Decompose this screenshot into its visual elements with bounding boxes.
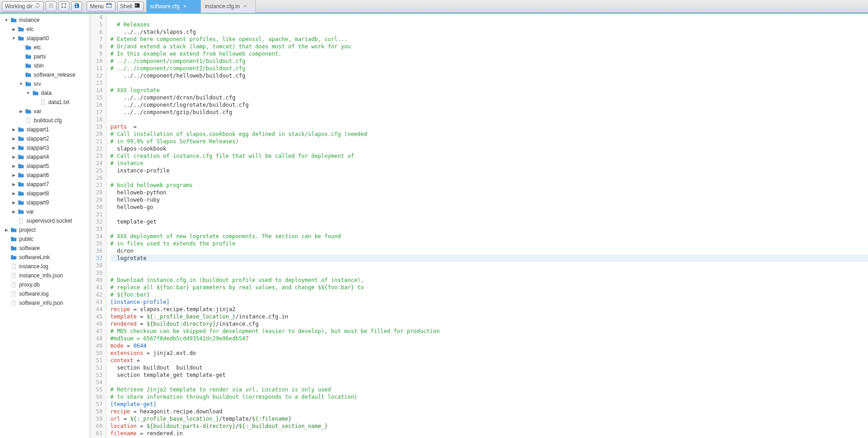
code-line[interactable]: instance-profile — [110, 167, 868, 174]
tree-folder[interactable]: ▶slappart4 — [0, 152, 90, 162]
tree-folder[interactable]: public — [0, 235, 90, 244]
code-line[interactable]: logrotate — [110, 255, 868, 262]
code-line[interactable]: url = ${:_profile_base_location_}/templa… — [110, 415, 868, 422]
code-line[interactable]: # ${foo:bar} — [110, 291, 868, 298]
chevron-right-icon[interactable]: ▶ — [11, 27, 16, 31]
tree-file[interactable]: software.log — [0, 289, 90, 298]
code-line[interactable]: # Extend here component profiles, like o… — [110, 36, 868, 43]
code-content[interactable]: # Releases ../../stack/slapos.cfg# Exten… — [107, 14, 868, 438]
code-line[interactable]: recipe = slapos.recipe.template:jinja2 — [110, 306, 868, 313]
tree-folder[interactable]: ▶etc — [0, 25, 90, 34]
tree-folder[interactable]: ▶var — [0, 207, 90, 216]
code-line[interactable]: ../../component/dcron/buildout.cfg — [110, 94, 868, 101]
tree-folder[interactable]: ▼data — [0, 89, 90, 98]
tree-file[interactable]: proxy.db — [0, 280, 90, 289]
chevron-right-icon[interactable]: ▶ — [11, 173, 16, 177]
code-line[interactable]: ../../component/helloweb/buildout.cfg — [110, 72, 868, 79]
code-line[interactable] — [110, 116, 868, 123]
code-line[interactable]: ../../component/gzip/buildout.cfg — [110, 109, 868, 116]
code-line[interactable]: # In this example we extend from hellowe… — [110, 50, 868, 57]
tree-folder[interactable]: softwareLink — [0, 253, 90, 262]
code-line[interactable]: # Download instance.cfg.in (buildout pro… — [110, 276, 868, 284]
chevron-right-icon[interactable]: ▶ — [18, 109, 24, 114]
code-line[interactable]: slapos-cookbook — [110, 145, 868, 152]
code-line[interactable]: dcron — [110, 247, 868, 255]
code-line[interactable]: # Call installation of slapos.cookbook e… — [110, 130, 868, 138]
fullscreen-button[interactable] — [58, 1, 69, 11]
tree-folder[interactable]: sbin — [0, 61, 90, 70]
code-line[interactable]: ../../component/logrotate/buildout.cfg — [110, 101, 868, 109]
chevron-right-icon[interactable]: ▶ — [11, 136, 16, 141]
code-line[interactable]: # ../../component/component2/buildout.cf… — [110, 65, 868, 72]
code-line[interactable]: extensions = jinja2.ext.do — [110, 349, 868, 357]
code-line[interactable]: filename = rendered.in — [110, 430, 868, 437]
tree-folder[interactable]: etc — [0, 43, 90, 52]
code-line[interactable]: recipe = hexagonit.recipe.download — [110, 408, 868, 415]
editor-tab[interactable]: instance.cfg.in× — [201, 0, 256, 13]
code-line[interactable] — [110, 379, 868, 386]
code-line[interactable]: helloweb-go — [110, 203, 868, 211]
code-line[interactable]: # XXX deployment of new logrotate compon… — [110, 233, 868, 240]
code-line[interactable]: # Retrieve Jinja2 template to render via… — [110, 386, 868, 393]
code-line[interactable] — [110, 174, 868, 182]
code-line[interactable]: # Or/and extend a stack (lamp, tomcat) t… — [110, 43, 868, 50]
chevron-right-icon[interactable]: ▶ — [11, 209, 16, 214]
tree-file[interactable]: data1.txt — [0, 98, 90, 107]
code-line[interactable]: helloweb-python — [110, 189, 868, 196]
chevron-right-icon[interactable]: ▶ — [11, 164, 16, 168]
code-line[interactable]: # in files used to extends the profile — [110, 240, 868, 247]
code-line[interactable]: # replace all ${foo:bar} parameters by r… — [110, 284, 868, 291]
tree-collapse-button[interactable] — [46, 1, 57, 11]
save-button[interactable] — [71, 1, 82, 11]
code-line[interactable]: # in 99,9% of Slapos Software Releases) — [110, 138, 868, 145]
code-line[interactable]: ../../stack/slapos.cfg — [110, 28, 868, 36]
editor-tab[interactable]: software.cfg× — [146, 0, 201, 13]
tree-folder[interactable]: ▶slappart7 — [0, 180, 90, 189]
tree-folder[interactable]: ▶slappart1 — [0, 125, 90, 134]
chevron-down-icon[interactable]: ▼ — [18, 82, 24, 86]
tree-file[interactable]: instance.log — [0, 262, 90, 271]
code-line[interactable]: template-get — [110, 218, 868, 225]
code-line[interactable] — [110, 79, 868, 87]
tree-folder[interactable]: ▼srv — [0, 79, 90, 89]
chevron-down-icon[interactable]: ▼ — [4, 18, 9, 22]
code-line[interactable]: # instance — [110, 160, 868, 167]
tree-folder[interactable]: software_release — [0, 70, 90, 79]
code-line[interactable]: [instance-profile] — [110, 298, 868, 306]
code-line[interactable]: helloweb-ruby — [110, 196, 868, 203]
close-icon[interactable]: × — [243, 3, 247, 10]
tree-file[interactable]: buildout.cfg — [0, 116, 90, 125]
tree-folder[interactable]: ▼instance — [0, 16, 90, 25]
shell-button[interactable]: Shell — [117, 1, 144, 11]
code-line[interactable]: template = ${:_profile_base_location_}/i… — [110, 313, 868, 320]
tree-folder[interactable]: ▶slappart5 — [0, 162, 90, 171]
tree-folder[interactable]: ▼slappart0 — [0, 34, 90, 43]
tree-folder[interactable]: ▶slappart3 — [0, 143, 90, 152]
tree-file[interactable]: instance_info.json — [0, 271, 90, 280]
code-line[interactable]: section template_get template-get — [110, 371, 868, 379]
tree-folder[interactable]: ▶slappart6 — [0, 171, 90, 180]
tree-folder[interactable]: ▶slappart8 — [0, 189, 90, 198]
code-line[interactable]: parts = — [110, 123, 868, 130]
chevron-right-icon[interactable]: ▶ — [11, 127, 16, 132]
chevron-right-icon[interactable]: ▶ — [11, 146, 16, 150]
code-line[interactable] — [110, 14, 868, 21]
tree-folder[interactable]: software — [0, 244, 90, 253]
tree-folder[interactable]: ▶slappart2 — [0, 134, 90, 143]
chevron-down-icon[interactable]: ▼ — [11, 36, 16, 41]
code-line[interactable]: # Releases — [110, 21, 868, 28]
code-line[interactable] — [110, 262, 868, 269]
chevron-down-icon[interactable]: ▼ — [26, 91, 31, 95]
code-line[interactable] — [110, 225, 868, 233]
code-line[interactable] — [110, 269, 868, 276]
chevron-right-icon[interactable]: ▶ — [11, 200, 16, 205]
tree-folder[interactable]: parts — [0, 52, 90, 61]
close-icon[interactable]: × — [183, 3, 187, 10]
code-line[interactable]: #md5sum = 6567f8dedb5cdd93542dc29e96edb5… — [110, 335, 868, 342]
code-line[interactable]: # Call creation of instance.cfg file tha… — [110, 152, 868, 160]
code-line[interactable]: section buildout buildout — [110, 364, 868, 371]
tree-folder[interactable]: ▶var — [0, 107, 90, 116]
chevron-right-icon[interactable]: ▶ — [11, 191, 16, 196]
code-line[interactable]: mode = 0644 — [110, 342, 868, 349]
code-line[interactable]: [template-get] — [110, 401, 868, 408]
